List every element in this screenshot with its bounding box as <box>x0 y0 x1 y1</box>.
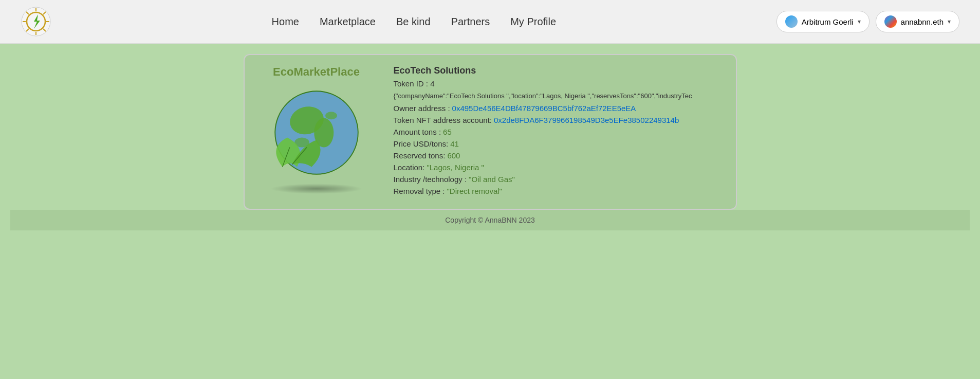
removal-label: Removal type : <box>394 187 445 195</box>
main-nav: Home Marketplace Be kind Partners My Pro… <box>272 16 557 28</box>
price-label: Price USD/tons: <box>394 139 449 148</box>
price-row: Price USD/tons: 41 <box>394 139 726 148</box>
reserved-row: Reserved tons: 600 <box>394 151 726 160</box>
globe-container <box>265 84 368 187</box>
reserved-value: 600 <box>447 151 460 160</box>
nav-marketplace[interactable]: Marketplace <box>320 16 376 28</box>
main-content: EcoMarketPlace <box>0 44 980 379</box>
nav-myprofile[interactable]: My Profile <box>510 16 556 28</box>
price-value: 41 <box>450 139 459 148</box>
network-chevron: ▾ <box>858 18 861 25</box>
logo-area <box>21 6 51 37</box>
globe-shadow <box>270 184 363 194</box>
reserved-label: Reserved tons: <box>394 151 446 160</box>
arbitrum-icon <box>785 15 798 28</box>
industry-label: Industry /technology : <box>394 175 467 184</box>
globe-svg <box>265 84 368 182</box>
nft-row: Token NFT address account: 0x2de8FDA6F37… <box>394 116 726 124</box>
token-card: EcoMarketPlace <box>244 54 737 210</box>
network-name: Arbitrum Goerli <box>802 17 854 26</box>
account-avatar-icon <box>884 15 897 28</box>
copyright-text: Copyright © AnnaBNN 2023 <box>445 216 535 224</box>
info-section: EcoTech Solutions Token ID : 4 {"company… <box>394 65 726 198</box>
json-data: {"companyName":"EcoTech Solutions ","loc… <box>394 92 723 100</box>
account-chevron: ▾ <box>948 18 951 25</box>
amount-value: 65 <box>443 128 452 136</box>
account-button[interactable]: annabnn.eth ▾ <box>876 11 959 32</box>
account-name: annabnn.eth <box>901 17 944 26</box>
removal-value: "Direct removal" <box>447 187 502 195</box>
svg-point-15 <box>325 112 337 119</box>
nav-home[interactable]: Home <box>272 16 299 28</box>
wallet-area: Arbitrum Goerli ▾ annabnn.eth ▾ <box>776 11 959 32</box>
footer: Copyright © AnnaBNN 2023 <box>10 210 970 230</box>
app-logo-icon <box>21 6 51 37</box>
nft-value: 0x2de8FDA6F379966198549D3e5EFe3850224931… <box>494 116 679 124</box>
owner-value: 0x495De456E4DBf47879669BC5bf762aEf72EE5e… <box>452 104 636 113</box>
logo-section: EcoMarketPlace <box>255 65 378 187</box>
company-name: EcoTech Solutions <box>394 65 726 76</box>
location-label: Location: <box>394 163 425 172</box>
industry-value: "Oil and Gas" <box>469 175 515 184</box>
nft-label: Token NFT address account: <box>394 116 492 124</box>
amount-row: Amount tons : 65 <box>394 128 726 136</box>
location-value: "Lagos, Nigeria " <box>427 163 484 172</box>
header: Home Marketplace Be kind Partners My Pro… <box>0 0 980 44</box>
network-button[interactable]: Arbitrum Goerli ▾ <box>776 11 870 32</box>
token-id: Token ID : 4 <box>394 79 726 88</box>
owner-row: Owner address : 0x495De456E4DBf47879669B… <box>394 104 726 113</box>
industry-row: Industry /technology : "Oil and Gas" <box>394 175 726 184</box>
nav-partners[interactable]: Partners <box>451 16 490 28</box>
eco-logo-text: EcoMarketPlace <box>273 65 360 79</box>
nav-bekind[interactable]: Be kind <box>396 16 431 28</box>
location-row: Location: "Lagos, Nigeria " <box>394 163 726 172</box>
amount-label: Amount tons : <box>394 128 441 136</box>
removal-row: Removal type : "Direct removal" <box>394 187 726 195</box>
owner-label: Owner address : <box>394 104 450 113</box>
